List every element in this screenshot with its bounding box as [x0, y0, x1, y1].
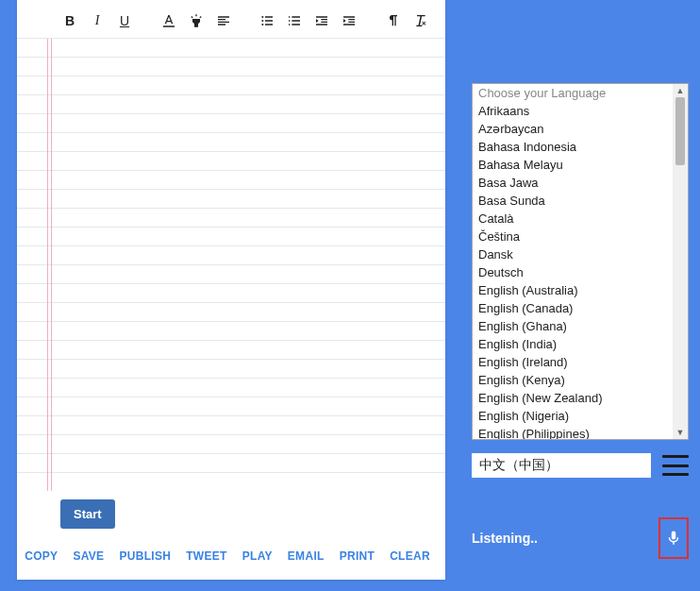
paper-area[interactable] [17, 38, 445, 491]
svg-point-1 [262, 20, 264, 22]
play-button[interactable]: PLAY [242, 549, 273, 563]
scroll-up-icon[interactable]: ▲ [673, 84, 688, 97]
current-language-row: 中文（中国） [472, 453, 689, 478]
save-button[interactable]: SAVE [73, 549, 104, 563]
language-option[interactable]: Azərbaycan [473, 120, 673, 138]
indent-increase-icon[interactable] [342, 13, 357, 28]
publish-button[interactable]: PUBLISH [119, 549, 171, 563]
tweet-button[interactable]: TWEET [186, 549, 227, 563]
align-icon[interactable] [216, 13, 231, 28]
language-option[interactable]: Bahasa Melayu [473, 156, 673, 174]
print-button[interactable]: PRINT [340, 549, 375, 563]
scroll-down-icon[interactable]: ▼ [673, 426, 688, 439]
scrollbar[interactable]: ▲ ▼ [673, 84, 688, 439]
clear-button[interactable]: CLEAR [390, 549, 430, 563]
toolbar: B I U [17, 0, 445, 38]
language-option[interactable]: English (Australia) [473, 281, 673, 299]
language-option[interactable]: Basa Sunda [473, 192, 673, 210]
language-option[interactable]: English (India) [473, 335, 673, 353]
email-button[interactable]: EMAIL [288, 549, 325, 563]
copy-button[interactable]: COPY [25, 549, 58, 563]
language-option[interactable]: Català [473, 210, 673, 228]
language-option[interactable]: English (New Zealand) [473, 389, 673, 407]
status-text: Listening.. [472, 531, 538, 546]
language-option[interactable]: English (Kenya) [473, 371, 673, 389]
underline-icon[interactable]: U [117, 13, 132, 28]
language-option[interactable]: Čeština [473, 228, 673, 245]
language-list: Choose your Language Afrikaans Azərbayca… [473, 84, 673, 439]
language-placeholder: Choose your Language [473, 84, 673, 102]
microphone-button[interactable] [658, 517, 689, 559]
number-list-icon[interactable] [287, 13, 302, 28]
margin-line [47, 39, 48, 491]
language-option[interactable]: English (Philippines) [473, 425, 673, 439]
bold-icon[interactable]: B [62, 13, 77, 28]
current-language[interactable]: 中文（中国） [472, 453, 651, 478]
language-option[interactable]: Dansk [473, 245, 673, 263]
right-panel: Choose your Language Afrikaans Azərbayca… [445, 0, 700, 591]
language-option[interactable]: Afrikaans [473, 102, 673, 120]
language-option[interactable]: Basa Jawa [473, 174, 673, 192]
scroll-thumb[interactable] [675, 97, 685, 165]
menu-icon[interactable] [662, 455, 689, 476]
start-button[interactable]: Start [60, 499, 115, 529]
action-row: COPY SAVE PUBLISH TWEET PLAY EMAIL PRINT… [25, 549, 430, 563]
paragraph-direction-icon[interactable] [386, 13, 401, 28]
italic-icon[interactable]: I [90, 13, 105, 28]
language-option[interactable]: Deutsch [473, 263, 673, 281]
language-select[interactable]: Choose your Language Afrikaans Azərbayca… [472, 83, 689, 440]
highlight-icon[interactable] [189, 13, 204, 28]
editor-panel: B I U [17, 0, 445, 580]
status-row: Listening.. [472, 517, 689, 559]
language-option[interactable]: English (Nigeria) [473, 407, 673, 425]
bullet-list-icon[interactable] [259, 13, 275, 28]
language-option[interactable]: English (Ghana) [473, 317, 673, 335]
language-option[interactable]: English (Canada) [473, 299, 673, 317]
indent-decrease-icon[interactable] [314, 13, 329, 28]
svg-point-0 [262, 16, 264, 18]
clear-format-icon[interactable] [413, 13, 428, 28]
text-color-icon[interactable] [161, 13, 176, 28]
language-option[interactable]: Bahasa Indonesia [473, 138, 673, 156]
svg-point-2 [262, 24, 264, 25]
microphone-icon [665, 527, 682, 549]
language-option[interactable]: English (Ireland) [473, 353, 673, 371]
margin-line [51, 39, 52, 491]
